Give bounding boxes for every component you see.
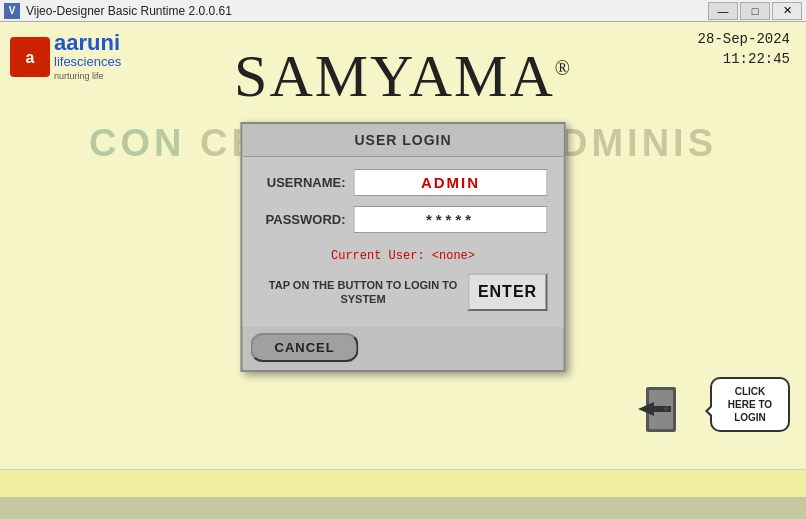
title-bar-left: V Vijeo-Designer Basic Runtime 2.0.0.61 bbox=[4, 3, 232, 19]
minimize-button[interactable]: — bbox=[708, 2, 738, 20]
logo-box: a aaruni lifesciences nurturing life bbox=[10, 32, 121, 81]
enter-button[interactable]: ENTER bbox=[468, 273, 548, 311]
time-display: 11:22:45 bbox=[698, 50, 790, 70]
cancel-button[interactable]: CANCEL bbox=[251, 333, 359, 362]
datetime-display: 28-Sep-2024 11:22:45 bbox=[698, 30, 790, 69]
close-button[interactable]: ✕ bbox=[772, 2, 802, 20]
dialog-body: USERNAME: ADMIN PASSWORD: ***** Current … bbox=[243, 157, 564, 327]
password-value[interactable]: ***** bbox=[354, 206, 548, 233]
app-title: Vijeo-Designer Basic Runtime 2.0.0.61 bbox=[26, 4, 232, 18]
current-user: Current User: <none> bbox=[259, 243, 548, 273]
samyama-title: SAMYAMA® bbox=[234, 43, 572, 109]
username-label: USERNAME: bbox=[259, 175, 354, 190]
cancel-row: CANCEL bbox=[243, 327, 564, 370]
login-dialog: USER LOGIN USERNAME: ADMIN PASSWORD: ***… bbox=[241, 122, 566, 372]
maximize-button[interactable]: □ bbox=[740, 2, 770, 20]
svg-point-5 bbox=[664, 407, 668, 411]
speech-bubble: CLICK HERE TO LOGIN bbox=[710, 377, 790, 432]
svg-text:a: a bbox=[26, 49, 35, 66]
title-bar: V Vijeo-Designer Basic Runtime 2.0.0.61 … bbox=[0, 0, 806, 22]
logo-text: aaruni lifesciences nurturing life bbox=[54, 32, 121, 81]
samyama-header: SAMYAMA® bbox=[234, 42, 572, 111]
username-row: USERNAME: ADMIN bbox=[259, 169, 548, 196]
login-door-icon[interactable] bbox=[636, 382, 686, 437]
logo-area: a aaruni lifesciences nurturing life bbox=[10, 32, 121, 81]
dialog-title: USER LOGIN bbox=[243, 124, 564, 157]
action-row: TAP ON THE BUTTON TO LOGIN TO SYSTEM ENT… bbox=[259, 273, 548, 311]
app-icon: V bbox=[4, 3, 20, 19]
tap-instruction: TAP ON THE BUTTON TO LOGIN TO SYSTEM bbox=[259, 273, 468, 311]
logo-tagline: nurturing life bbox=[54, 71, 121, 81]
login-icon-area bbox=[636, 382, 686, 437]
window-controls[interactable]: — □ ✕ bbox=[708, 2, 802, 20]
logo-name: aaruni bbox=[54, 32, 121, 54]
main-area: a aaruni lifesciences nurturing life 28-… bbox=[0, 22, 806, 497]
password-label: PASSWORD: bbox=[259, 212, 354, 227]
logo-icon: a bbox=[10, 37, 50, 77]
date-display: 28-Sep-2024 bbox=[698, 30, 790, 50]
bottom-bar bbox=[0, 469, 806, 497]
username-value[interactable]: ADMIN bbox=[354, 169, 548, 196]
password-row: PASSWORD: ***** bbox=[259, 206, 548, 233]
logo-sub: lifesciences bbox=[54, 54, 121, 69]
